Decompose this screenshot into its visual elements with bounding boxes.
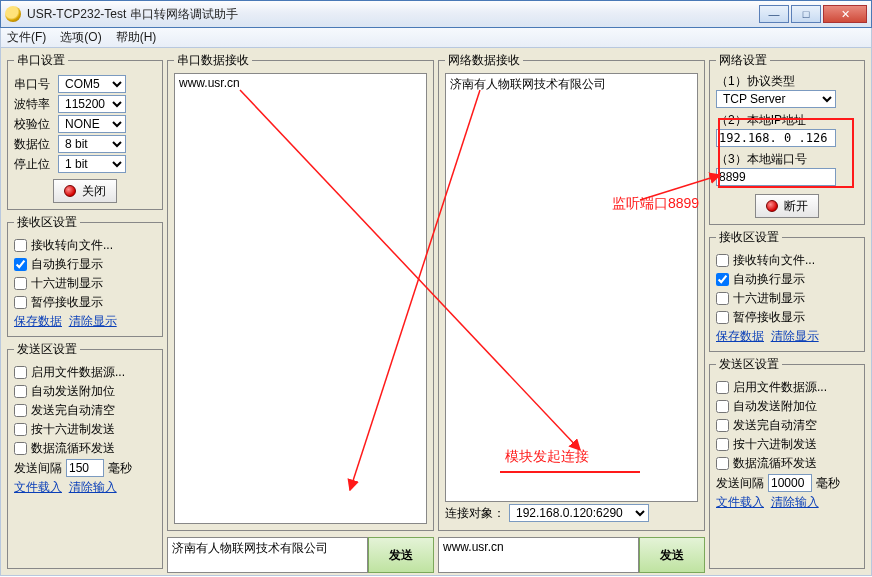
serial-rx-panel: 串口数据接收 www.usr.cn: [167, 52, 434, 531]
rx-settings-right: 接收区设置 接收转向文件... 自动换行显示 十六进制显示 暂停接收显示 保存数…: [709, 229, 865, 352]
rx-save-link[interactable]: 保存数据: [14, 314, 62, 328]
rx-settings-left: 接收区设置 接收转向文件... 自动换行显示 十六进制显示 暂停接收显示 保存数…: [7, 214, 163, 337]
tx2-file-cb[interactable]: [716, 381, 729, 394]
record-icon: [766, 200, 778, 212]
conn-target-select[interactable]: 192.168.0.120:6290: [509, 504, 649, 522]
serial-settings: 串口设置 串口号COM5 波特率115200 校验位NONE 数据位8 bit …: [7, 52, 163, 210]
close-button[interactable]: ✕: [823, 5, 867, 23]
proto-label: （1）协议类型: [716, 73, 858, 90]
tx2-loop-cb[interactable]: [716, 457, 729, 470]
conn-target-label: 连接对象：: [445, 505, 505, 522]
serial-rx-text[interactable]: www.usr.cn: [174, 73, 427, 524]
rx-pause-cb[interactable]: [14, 296, 27, 309]
netport-label: （3）本地端口号: [716, 151, 858, 168]
net-send-button[interactable]: 发送: [639, 537, 705, 573]
parity-label: 校验位: [14, 116, 54, 133]
menu-options[interactable]: 选项(O): [60, 29, 101, 46]
tx-clear-cb[interactable]: [14, 404, 27, 417]
rx2-hex-cb[interactable]: [716, 292, 729, 305]
titlebar: USR-TCP232-Test 串口转网络调试助手 — □ ✕: [0, 0, 872, 28]
menu-file[interactable]: 文件(F): [7, 29, 46, 46]
netport-input[interactable]: [716, 168, 836, 186]
tx2-append-cb[interactable]: [716, 400, 729, 413]
window-title: USR-TCP232-Test 串口转网络调试助手: [27, 6, 759, 23]
baud-select[interactable]: 115200: [58, 95, 126, 113]
tx2-clearinput-link[interactable]: 清除输入: [771, 495, 819, 509]
stopbits-select[interactable]: 1 bit: [58, 155, 126, 173]
rx2-pause-cb[interactable]: [716, 311, 729, 324]
interval-label: 发送间隔: [14, 460, 62, 477]
menubar: 文件(F) 选项(O) 帮助(H): [0, 28, 872, 48]
tx2-clear-cb[interactable]: [716, 419, 729, 432]
tx-clearinput-link[interactable]: 清除输入: [69, 480, 117, 494]
serial-legend: 串口设置: [14, 52, 68, 69]
port-label: 串口号: [14, 76, 54, 93]
rx2-clear-link[interactable]: 清除显示: [771, 329, 819, 343]
serial-rx-legend: 串口数据接收: [174, 52, 252, 69]
rx-hex-cb[interactable]: [14, 277, 27, 290]
maximize-button[interactable]: □: [791, 5, 821, 23]
rx2-save-link[interactable]: 保存数据: [716, 329, 764, 343]
serial-close-button[interactable]: 关闭: [53, 179, 117, 203]
net-disconnect-button[interactable]: 断开: [755, 194, 819, 218]
tx-settings-left: 发送区设置 启用文件数据源... 自动发送附加位 发送完自动清空 按十六进制发送…: [7, 341, 163, 569]
proto-select[interactable]: TCP Server: [716, 90, 836, 108]
tx-settings-right: 发送区设置 启用文件数据源... 自动发送附加位 发送完自动清空 按十六进制发送…: [709, 356, 865, 569]
ip-input[interactable]: [716, 129, 836, 147]
serial-tx-input[interactable]: 济南有人物联网技术有限公司: [167, 537, 368, 573]
tx-loadfile-link[interactable]: 文件载入: [14, 480, 62, 494]
baud-label: 波特率: [14, 96, 54, 113]
serial-send-button[interactable]: 发送: [368, 537, 434, 573]
databits-select[interactable]: 8 bit: [58, 135, 126, 153]
databits-label: 数据位: [14, 136, 54, 153]
tx-loop-cb[interactable]: [14, 442, 27, 455]
net-legend: 网络设置: [716, 52, 770, 69]
rx-wrap-cb[interactable]: [14, 258, 27, 271]
parity-select[interactable]: NONE: [58, 115, 126, 133]
interval-input-right[interactable]: [768, 474, 812, 492]
rx-clear-link[interactable]: 清除显示: [69, 314, 117, 328]
tx2-loadfile-link[interactable]: 文件载入: [716, 495, 764, 509]
tx-hex-cb[interactable]: [14, 423, 27, 436]
rx-tofile-cb[interactable]: [14, 239, 27, 252]
net-rx-text[interactable]: 济南有人物联网技术有限公司: [445, 73, 698, 502]
app-icon: [5, 6, 21, 22]
interval-input-left[interactable]: [66, 459, 104, 477]
net-rx-legend: 网络数据接收: [445, 52, 523, 69]
port-select[interactable]: COM5: [58, 75, 126, 93]
rx-legend: 接收区设置: [14, 214, 80, 231]
ip-label: （2）本地IP地址: [716, 112, 858, 129]
tx-file-cb[interactable]: [14, 366, 27, 379]
tx-append-cb[interactable]: [14, 385, 27, 398]
stopbits-label: 停止位: [14, 156, 54, 173]
rx2-wrap-cb[interactable]: [716, 273, 729, 286]
tx-legend: 发送区设置: [14, 341, 80, 358]
menu-help[interactable]: 帮助(H): [116, 29, 157, 46]
net-tx-input[interactable]: www.usr.cn: [438, 537, 639, 573]
minimize-button[interactable]: —: [759, 5, 789, 23]
rx2-tofile-cb[interactable]: [716, 254, 729, 267]
net-rx-panel: 网络数据接收 济南有人物联网技术有限公司 连接对象：192.168.0.120:…: [438, 52, 705, 531]
tx2-hex-cb[interactable]: [716, 438, 729, 451]
net-settings: 网络设置 （1）协议类型 TCP Server （2）本地IP地址 （3）本地端…: [709, 52, 865, 225]
record-icon: [64, 185, 76, 197]
